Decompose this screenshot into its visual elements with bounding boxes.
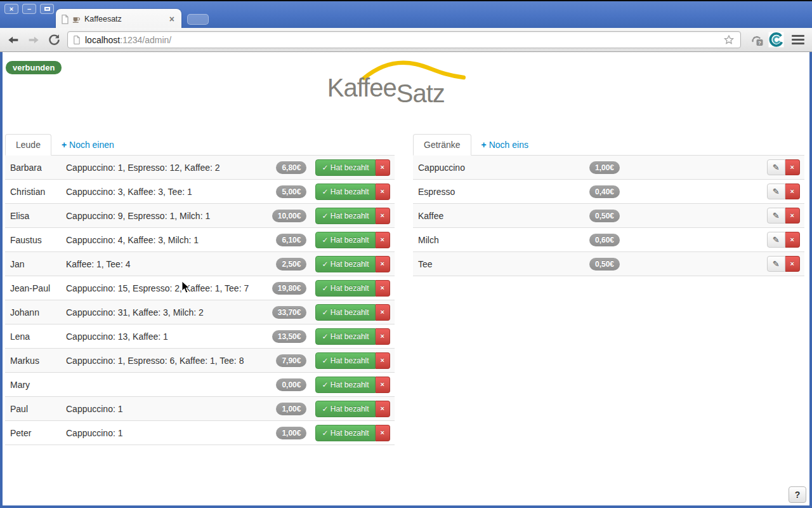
person-total-badge: 6,10€ — [276, 234, 306, 246]
delete-person-button[interactable]: × — [376, 159, 390, 176]
paid-button[interactable]: ✓ Hat bezahlt — [315, 352, 375, 369]
extension-unlock-icon[interactable]: ? — [749, 32, 765, 48]
person-row: Barbara Cappuccino: 1, Espresso: 12, Kaf… — [5, 156, 395, 180]
delete-person-button[interactable]: × — [376, 280, 390, 297]
menu-button[interactable] — [789, 32, 807, 47]
person-orders: Cappuccino: 4, Kaffee: 3, Milch: 1 — [66, 235, 276, 245]
pencil-icon: ✎ — [773, 211, 780, 220]
delete-person-button[interactable]: × — [376, 232, 390, 248]
url-path: :1234/admin/ — [120, 35, 171, 45]
paid-button[interactable]: ✓ Hat bezahlt — [315, 280, 375, 297]
delete-drink-button[interactable]: × — [785, 256, 800, 272]
paid-button[interactable]: ✓ Hat bezahlt — [315, 184, 375, 200]
person-total-badge: 5,00€ — [276, 185, 306, 198]
delete-person-button[interactable]: × — [376, 256, 390, 272]
menu-bar-icon — [792, 39, 804, 41]
window-close-icon[interactable]: × — [4, 4, 18, 14]
edit-drink-button[interactable]: ✎ — [767, 208, 785, 224]
person-orders: Cappuccino: 31, Kaffee: 3, Milch: 2 — [66, 307, 272, 318]
delete-person-button[interactable]: × — [376, 328, 390, 345]
menu-bar-icon — [792, 43, 804, 44]
delete-person-button[interactable]: × — [376, 352, 390, 369]
edit-drink-button[interactable]: ✎ — [767, 256, 785, 272]
bookmark-star-icon[interactable] — [723, 34, 735, 46]
check-icon: ✓ — [322, 211, 328, 220]
person-orders: Cappuccino: 1 — [66, 428, 276, 438]
person-name: Jan — [10, 259, 66, 269]
paid-button[interactable]: ✓ Hat bezahlt — [315, 425, 375, 441]
tab-drinks[interactable]: Getränke — [413, 134, 471, 156]
window-titlebar: × – Kaffeesatz × — [0, 1, 812, 28]
person-orders: Cappuccino: 1, Espresso: 6, Kaffee: 1, T… — [66, 356, 276, 366]
help-button[interactable]: ? — [789, 486, 806, 503]
edit-drink-button[interactable]: ✎ — [767, 184, 785, 199]
new-tab-button[interactable] — [187, 14, 209, 25]
drinks-list: Cappuccino 1,00€ ✎ × Espresso 0,40€ — [413, 156, 804, 276]
person-row: Lena Cappuccino: 13, Kaffee: 1 13,50€ ✓ … — [5, 324, 395, 349]
url-page-icon — [73, 36, 81, 44]
delete-person-button[interactable]: × — [376, 208, 390, 224]
tab-close-icon[interactable]: × — [167, 14, 176, 24]
drink-row: Cappuccino 1,00€ ✎ × — [413, 156, 804, 180]
paid-button[interactable]: ✓ Hat bezahlt — [315, 377, 375, 393]
pencil-icon: ✎ — [773, 163, 780, 172]
delete-person-button[interactable]: × — [376, 304, 390, 321]
person-name: Barbara — [10, 163, 66, 173]
drink-price-badge: 0,60€ — [589, 234, 620, 246]
person-row: Faustus Cappuccino: 4, Kaffee: 3, Milch:… — [5, 228, 395, 252]
person-name: Paul — [10, 404, 66, 414]
check-icon: ✓ — [322, 187, 328, 196]
coffee-favicon-icon — [72, 15, 81, 23]
person-name: Elisa — [10, 211, 66, 221]
browser-window: × – Kaffeesatz × — [0, 0, 812, 508]
paid-button[interactable]: ✓ Hat bezahlt — [315, 159, 375, 176]
back-arrow-icon — [6, 33, 20, 47]
delete-person-button[interactable]: × — [376, 377, 390, 393]
delete-person-button[interactable]: × — [376, 184, 390, 200]
person-total-badge: 13,50€ — [272, 330, 307, 343]
extension-swirl-icon[interactable] — [768, 32, 784, 48]
paid-button[interactable]: ✓ Hat bezahlt — [315, 401, 375, 417]
person-orders: Cappuccino: 3, Kaffee: 3, Tee: 1 — [66, 187, 276, 197]
browser-tab[interactable]: Kaffeesatz × — [56, 9, 181, 29]
person-total-badge: 0,00€ — [276, 378, 306, 391]
delete-person-button[interactable]: × — [376, 425, 390, 441]
connection-status-badge: verbunden — [6, 61, 62, 74]
plus-icon: + — [62, 140, 67, 150]
delete-drink-button[interactable]: × — [785, 184, 800, 199]
back-button[interactable] — [5, 32, 22, 48]
person-row: Paul Cappuccino: 1 1,00€ ✓ Hat bezahlt × — [5, 397, 395, 421]
drink-name: Cappuccino — [418, 163, 589, 173]
edit-drink-button[interactable]: ✎ — [767, 159, 785, 175]
person-row: Peter Cappuccino: 1 1,00€ ✓ Hat bezahlt … — [5, 421, 395, 445]
delete-drink-button[interactable]: × — [785, 208, 800, 224]
delete-drink-button[interactable]: × — [785, 159, 800, 175]
check-icon: ✓ — [322, 163, 328, 172]
delete-person-button[interactable]: × — [376, 401, 390, 417]
drink-price-badge: 1,00€ — [589, 161, 620, 174]
window-maximize-icon[interactable] — [40, 4, 54, 14]
window-minimize-icon[interactable]: – — [22, 4, 36, 14]
person-total-badge: 10,00€ — [272, 210, 307, 222]
drinks-tabs: Getränke + Noch eins — [413, 133, 804, 156]
person-row: Markus Cappuccino: 1, Espresso: 6, Kaffe… — [5, 349, 395, 373]
paid-button[interactable]: ✓ Hat bezahlt — [315, 208, 375, 224]
tab-title: Kaffeesatz — [84, 15, 167, 23]
person-orders: Kaffee: 1, Tee: 4 — [66, 259, 276, 269]
url-input[interactable]: localhost:1234/admin/ — [67, 31, 741, 48]
add-drink-link[interactable]: + Noch eins — [471, 135, 539, 155]
delete-drink-button[interactable]: × — [785, 232, 800, 248]
paid-button[interactable]: ✓ Hat bezahlt — [315, 328, 375, 345]
person-name: Markus — [10, 356, 66, 366]
drink-price-badge: 0,50€ — [589, 258, 620, 271]
check-icon: ✓ — [322, 332, 328, 341]
people-tabs: Leude + Noch einen — [5, 133, 395, 156]
forward-button[interactable] — [25, 32, 42, 48]
paid-button[interactable]: ✓ Hat bezahlt — [315, 304, 375, 321]
reload-button[interactable] — [46, 32, 62, 48]
edit-drink-button[interactable]: ✎ — [767, 232, 785, 248]
tab-people[interactable]: Leude — [5, 134, 51, 156]
paid-button[interactable]: ✓ Hat bezahlt — [315, 256, 375, 272]
add-person-link[interactable]: + Noch einen — [51, 135, 124, 155]
paid-button[interactable]: ✓ Hat bezahlt — [315, 232, 375, 248]
